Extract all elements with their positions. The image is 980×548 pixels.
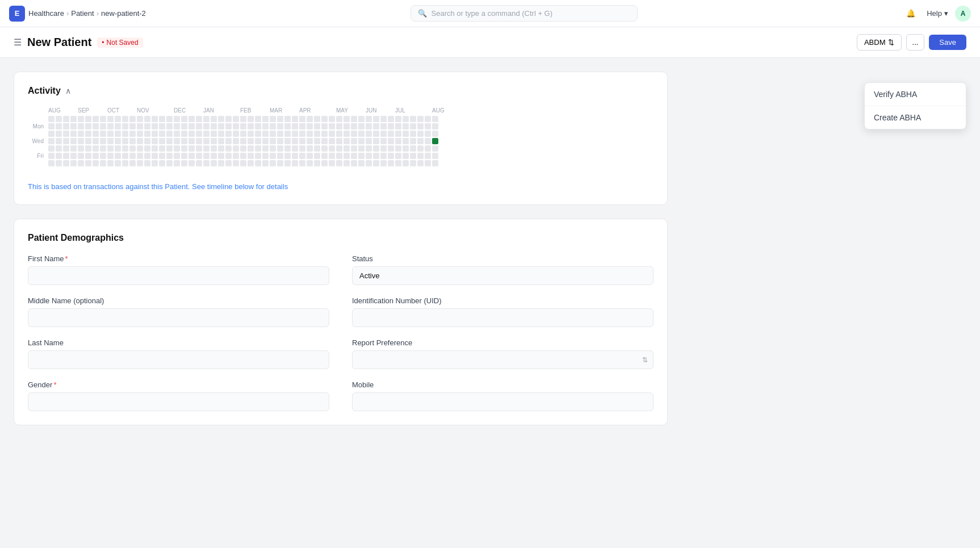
day-cell <box>93 160 99 166</box>
day-cell <box>425 153 431 159</box>
day-cell <box>344 153 350 159</box>
day-cell <box>329 131 335 137</box>
day-cell <box>307 153 313 159</box>
day-cell <box>240 116 246 122</box>
day-cell <box>137 131 143 137</box>
create-abha-item[interactable]: Create ABHA <box>865 106 966 129</box>
day-cell <box>321 116 328 122</box>
breadcrumb-patient[interactable]: Patient <box>71 9 94 18</box>
required-star: * <box>65 254 68 263</box>
search-box[interactable]: 🔍 Search or type a command (Ctrl + G) <box>411 5 638 22</box>
day-cell <box>314 116 320 122</box>
day-cell <box>225 138 232 144</box>
day-cell <box>299 138 305 144</box>
day-cell <box>233 131 239 137</box>
day-cell <box>196 131 202 137</box>
day-cell <box>366 138 372 144</box>
day-cell <box>255 160 261 166</box>
day-cell <box>270 153 276 159</box>
save-button[interactable]: Save <box>929 35 966 50</box>
day-cell <box>63 131 69 137</box>
mobile-input[interactable] <box>352 392 654 411</box>
notifications-button[interactable]: 🔔 <box>902 5 920 23</box>
day-cell <box>174 123 180 129</box>
day-cell <box>262 145 269 152</box>
day-cell <box>107 160 114 166</box>
day-cell <box>233 116 239 122</box>
mobile-label: Mobile <box>352 380 654 389</box>
verify-abha-item[interactable]: Verify ABHA <box>865 83 966 106</box>
day-cell <box>314 160 320 166</box>
day-cell <box>380 145 387 152</box>
menu-toggle-button[interactable]: ☰ <box>14 37 22 48</box>
day-cell <box>344 131 350 137</box>
uid-input[interactable] <box>352 308 654 327</box>
day-cell <box>262 116 269 122</box>
day-cell <box>240 123 246 129</box>
day-cell <box>56 131 62 137</box>
day-cell <box>388 123 394 129</box>
abdm-button[interactable]: ABDM ⇅ <box>857 34 902 51</box>
day-cell <box>321 145 328 152</box>
breadcrumb-healthcare[interactable]: Healthcare <box>28 9 64 18</box>
day-cell <box>174 145 180 152</box>
day-cell <box>395 145 401 152</box>
day-cell <box>85 145 91 152</box>
day-cell <box>78 145 84 152</box>
status-input[interactable] <box>352 266 654 285</box>
day-cell <box>292 116 298 122</box>
day-cell <box>373 116 379 122</box>
day-cell <box>70 160 77 166</box>
day-cell <box>270 145 276 152</box>
day-cell <box>159 160 165 166</box>
day-cell <box>122 160 128 166</box>
report-pref-label: Report Preference <box>352 338 654 347</box>
day-cell <box>299 160 305 166</box>
search-placeholder: Search or type a command (Ctrl + G) <box>432 9 553 18</box>
day-cell <box>262 138 269 144</box>
middle-name-input[interactable] <box>28 308 329 327</box>
day-cell <box>78 116 84 122</box>
day-cell <box>166 123 173 129</box>
day-cell <box>70 131 77 137</box>
day-cell <box>373 131 379 137</box>
day-cell <box>351 116 357 122</box>
day-cell <box>395 160 401 166</box>
more-options-button[interactable]: ... <box>906 34 925 51</box>
day-cell <box>388 131 394 137</box>
day-cell <box>292 131 298 137</box>
day-cell <box>93 138 99 144</box>
report-pref-select[interactable] <box>352 350 654 369</box>
day-cell <box>100 153 106 159</box>
breadcrumb-current[interactable]: new-patient-2 <box>101 9 146 18</box>
day-cell <box>107 153 114 159</box>
day-cell <box>410 131 416 137</box>
day-cell <box>48 153 55 159</box>
avatar[interactable]: A <box>955 6 971 22</box>
day-cell <box>70 116 77 122</box>
help-button[interactable]: Help ▾ <box>927 9 948 18</box>
day-cell <box>277 145 283 152</box>
day-cell <box>380 160 387 166</box>
day-cell <box>233 123 239 129</box>
page-header: ☰ New Patient • Not Saved ABDM ⇅ ... Sav… <box>0 27 980 58</box>
day-cell <box>388 153 394 159</box>
day-cell <box>203 145 210 152</box>
day-cell <box>233 145 239 152</box>
first-name-input[interactable] <box>28 266 329 285</box>
day-cell <box>292 160 298 166</box>
day-cell <box>85 131 91 137</box>
day-cell <box>181 123 187 129</box>
last-name-input[interactable] <box>28 350 329 369</box>
gender-input[interactable] <box>28 392 329 411</box>
day-cell <box>189 160 195 166</box>
day-cell <box>321 138 328 144</box>
day-cell <box>366 131 372 137</box>
day-cell <box>152 153 158 159</box>
day-cell <box>432 123 438 129</box>
collapse-icon[interactable]: ∧ <box>65 86 71 95</box>
day-cell <box>351 160 357 166</box>
day-cell <box>107 145 114 152</box>
day-cell <box>63 145 69 152</box>
day-cell <box>174 131 180 137</box>
